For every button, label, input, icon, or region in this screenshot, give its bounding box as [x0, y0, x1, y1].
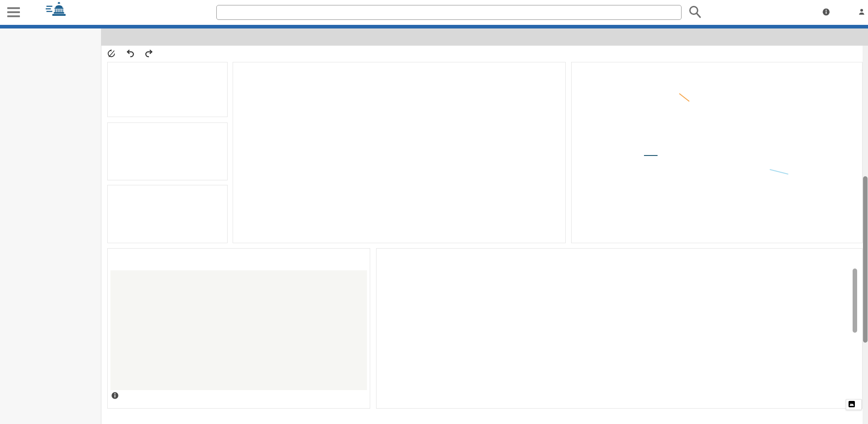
capitol-logo-icon	[46, 2, 69, 20]
page-scrollbar-thumb[interactable]	[863, 176, 868, 343]
page-scrollbar[interactable]	[863, 46, 868, 424]
callout-line	[679, 93, 689, 102]
agency-logo	[24, 2, 92, 19]
dashboard-toolbar	[107, 49, 154, 60]
donut-center	[677, 113, 753, 189]
callout-line	[770, 169, 788, 174]
bar-chart-panel	[233, 62, 566, 243]
search-icon[interactable]	[688, 5, 701, 21]
kpi-card-above-100-nmi	[107, 185, 228, 243]
app-window	[0, 0, 868, 424]
table-scrollbar-thumb[interactable]	[853, 269, 857, 333]
info-icon[interactable]	[822, 8, 830, 17]
map-panel	[107, 248, 370, 409]
map-attribution	[111, 392, 367, 401]
choropleth-map[interactable]	[110, 270, 367, 390]
hamburger-menu-icon[interactable]	[7, 7, 20, 17]
quicksight-logo-icon	[849, 401, 855, 408]
page-title	[101, 28, 868, 46]
info-icon	[111, 392, 119, 401]
search-input[interactable]	[216, 5, 682, 20]
table-panel	[376, 248, 863, 409]
bar-chart-plot	[265, 120, 522, 222]
reset-icon[interactable]	[107, 49, 116, 60]
callout-line	[644, 155, 658, 156]
top-bar	[0, 0, 868, 25]
quicksight-badge	[846, 399, 862, 410]
user-icon[interactable]	[858, 8, 865, 17]
dashboard-content	[101, 46, 868, 424]
undo-icon[interactable]	[125, 49, 135, 60]
donut-chart-panel	[571, 62, 863, 243]
kpi-card-below-100-nmi	[107, 122, 228, 180]
kpi-card-undefined-nmi	[107, 62, 228, 117]
sidebar	[0, 28, 101, 424]
accent-bar	[0, 25, 868, 28]
redo-icon[interactable]	[144, 49, 154, 60]
